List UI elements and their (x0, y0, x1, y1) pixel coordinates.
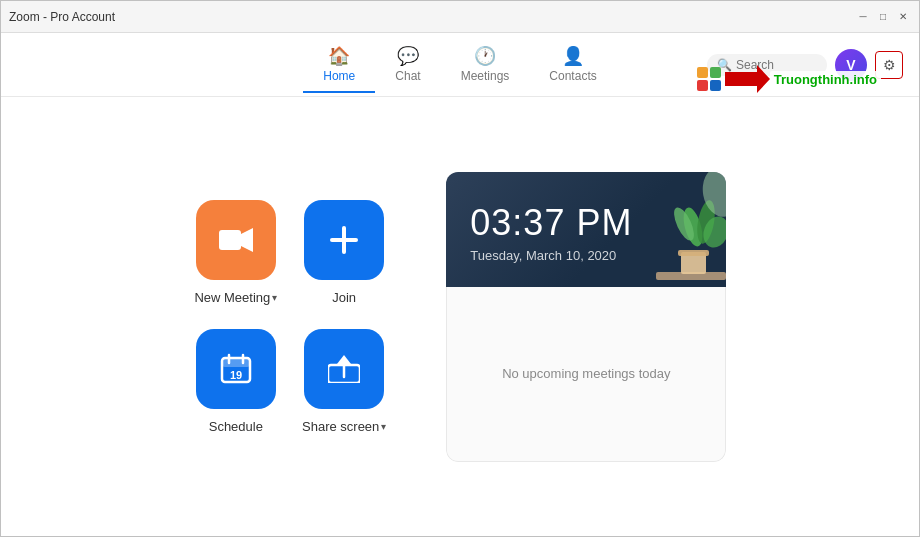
join-button[interactable] (304, 200, 384, 280)
svg-rect-15 (678, 250, 709, 256)
app-window: Zoom - Pro Account ─ □ ✕ 🏠 Home 💬 Chat 🕐… (0, 0, 920, 537)
calendar-icon: 19 (220, 353, 252, 385)
arrow-icon (725, 65, 770, 93)
join-label[interactable]: Join (332, 290, 356, 305)
meetings-icon: 🕐 (474, 45, 496, 67)
tab-chat[interactable]: 💬 Chat (375, 37, 440, 93)
dropdown-arrow-share: ▾ (381, 421, 386, 432)
tab-home[interactable]: 🏠 Home (303, 37, 375, 93)
watermark: Truongthinh.info (697, 65, 881, 93)
no-meetings-text: No upcoming meetings today (502, 366, 670, 381)
close-button[interactable]: ✕ (895, 9, 911, 25)
svg-rect-4 (330, 238, 358, 242)
window-controls: ─ □ ✕ (855, 9, 911, 25)
tab-contacts-label: Contacts (549, 69, 596, 83)
dropdown-arrow-new-meeting: ▾ (272, 292, 277, 303)
share-screen-item: Share screen ▾ (302, 329, 386, 434)
clock-banner: 03:37 PM Tuesday, March 10, 2020 (446, 172, 726, 287)
schedule-label[interactable]: Schedule (209, 419, 263, 434)
new-meeting-item: New Meeting ▾ (194, 200, 278, 305)
tab-meetings-label: Meetings (461, 69, 510, 83)
home-icon: 🏠 (328, 45, 350, 67)
schedule-item: 19 Schedule (194, 329, 278, 434)
svg-rect-6 (222, 358, 250, 367)
watermark-logo (697, 67, 721, 91)
contacts-icon: 👤 (562, 45, 584, 67)
share-icon (328, 355, 360, 383)
clock-panel: 03:37 PM Tuesday, March 10, 2020 (446, 172, 726, 462)
meetings-panel: No upcoming meetings today (446, 287, 726, 462)
svg-marker-0 (725, 65, 770, 93)
titlebar: Zoom - Pro Account ─ □ ✕ (1, 1, 919, 33)
share-screen-label[interactable]: Share screen ▾ (302, 419, 386, 434)
chat-icon: 💬 (397, 45, 419, 67)
watermark-text: Truongthinh.info (770, 71, 881, 88)
new-meeting-button[interactable] (196, 200, 276, 280)
share-screen-button[interactable] (304, 329, 384, 409)
action-grid: New Meeting ▾ Join (194, 200, 387, 434)
svg-marker-2 (241, 228, 253, 252)
join-item: Join (302, 200, 386, 305)
tab-chat-label: Chat (395, 69, 420, 83)
plant-decoration (616, 172, 726, 287)
settings-icon: ⚙ (883, 57, 896, 73)
new-meeting-label[interactable]: New Meeting ▾ (194, 290, 277, 305)
nav-tabs: 🏠 Home 💬 Chat 🕐 Meetings 👤 Contacts (303, 37, 616, 93)
svg-rect-1 (219, 230, 241, 250)
schedule-button[interactable]: 19 (196, 329, 276, 409)
maximize-button[interactable]: □ (875, 9, 891, 25)
main-content: New Meeting ▾ Join (1, 97, 919, 536)
tab-meetings[interactable]: 🕐 Meetings (441, 37, 530, 93)
svg-marker-12 (337, 355, 351, 364)
camera-icon (219, 226, 253, 254)
minimize-button[interactable]: ─ (855, 9, 871, 25)
tab-contacts[interactable]: 👤 Contacts (529, 37, 616, 93)
svg-text:19: 19 (230, 369, 242, 381)
tab-home-label: Home (323, 69, 355, 83)
window-title: Zoom - Pro Account (9, 10, 115, 24)
plus-icon (330, 226, 358, 254)
